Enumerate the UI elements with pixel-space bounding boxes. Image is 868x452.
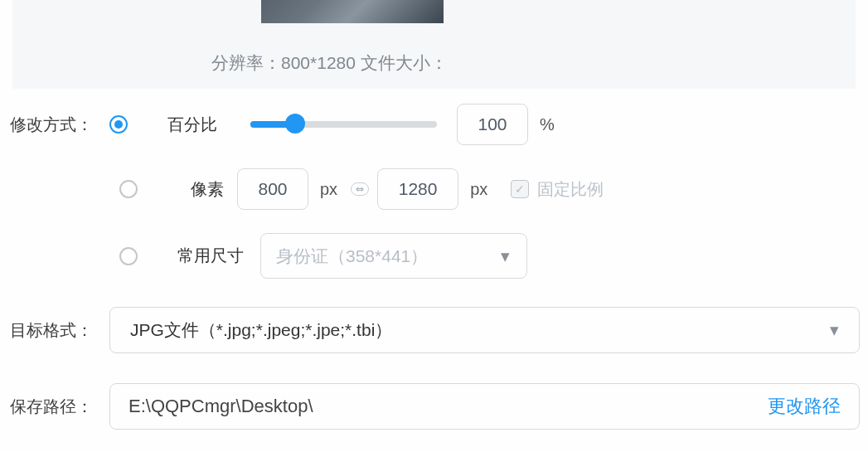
pixel-label: 像素 [177,178,237,201]
width-unit: px [320,180,337,199]
path-value: E:\QQPCmgr\Desktop\ [129,396,313,417]
radio-preset[interactable] [119,247,138,265]
image-info: 分辨率：800*1280 文件大小： [211,51,448,75]
settings-form: 修改方式： 百分比 100 % 像素 800 px ⇔ 1280 px ✓ 固定… [0,89,868,430]
format-row: 目标格式： JPG文件（*.jpg;*.jpeg;*.jpe;*.tbi） ▾ [10,307,860,353]
preset-placeholder: 身份证（358*441） [276,245,428,268]
percent-label: 百分比 [167,114,250,136]
change-path-link[interactable]: 更改路径 [768,394,841,419]
link-icon[interactable]: ⇔ [351,182,369,196]
resize-pixel-row: 像素 800 px ⇔ 1280 px ✓ 固定比例 [10,168,860,210]
format-label: 目标格式： [10,319,109,342]
resize-preset-row: 常用尺寸 身份证（358*441） ▾ [10,233,860,279]
image-thumbnail [261,0,444,23]
radio-percent[interactable] [109,115,128,134]
resolution-value: 800*1280 [281,53,356,72]
format-select[interactable]: JPG文件（*.jpg;*.jpeg;*.jpe;*.tbi） ▾ [109,307,860,353]
slider-thumb[interactable] [285,114,305,134]
percent-input[interactable]: 100 [457,104,528,145]
resize-percent-row: 修改方式： 百分比 100 % [10,104,860,145]
chevron-down-icon: ▾ [501,246,510,266]
preset-select[interactable]: 身份证（358*441） ▾ [260,233,527,279]
resize-mode-label: 修改方式： [10,114,109,136]
height-input[interactable]: 1280 [377,168,458,210]
resolution-label: 分辨率： [211,53,281,72]
percent-unit: % [540,115,555,134]
preset-label: 常用尺寸 [177,245,260,267]
path-input[interactable]: E:\QQPCmgr\Desktop\ 更改路径 [109,383,860,430]
format-value: JPG文件（*.jpg;*.jpeg;*.jpe;*.tbi） [130,318,392,342]
width-input[interactable]: 800 [237,168,308,210]
percent-slider[interactable] [250,121,437,128]
path-label: 保存路径： [10,396,109,418]
radio-pixel[interactable] [119,180,138,198]
height-unit: px [470,180,487,199]
path-row: 保存路径： E:\QQPCmgr\Desktop\ 更改路径 [10,383,860,430]
lock-ratio-checkbox[interactable]: ✓ [511,180,529,198]
preview-panel: 分辨率：800*1280 文件大小： [12,0,856,89]
filesize-label: 文件大小： [356,53,448,72]
lock-ratio-label: 固定比例 [537,178,604,201]
chevron-down-icon: ▾ [830,320,839,340]
